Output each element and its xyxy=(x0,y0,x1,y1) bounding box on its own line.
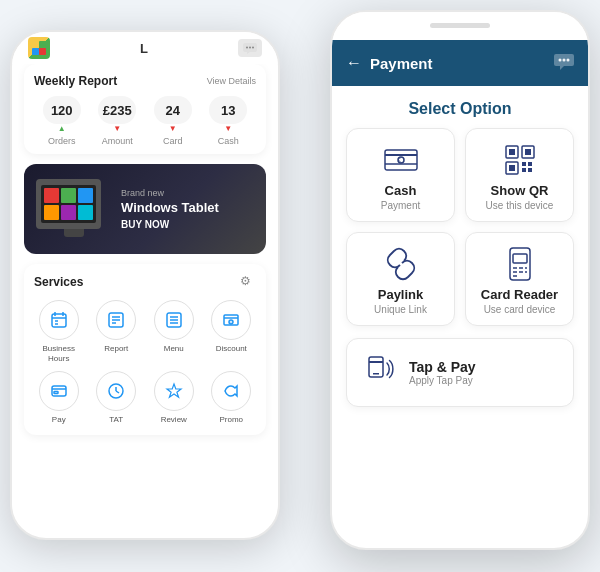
service-menu-icon xyxy=(154,300,194,340)
svg-rect-2 xyxy=(32,48,39,55)
svg-rect-49 xyxy=(528,162,532,166)
tap-pay-text: Tap & Pay Apply Tap Pay xyxy=(409,359,476,386)
card-reader-option-desc: Use card device xyxy=(484,304,556,315)
service-business-hours-label: BusinessHours xyxy=(43,344,75,363)
phone-content-left: Weekly Report View Details 120 ▲ Orders … xyxy=(12,64,278,538)
service-business-hours[interactable]: BusinessHours xyxy=(34,300,84,363)
svg-rect-62 xyxy=(369,361,383,363)
top-bar-right xyxy=(332,12,588,40)
select-option-title: Select Option xyxy=(332,86,588,128)
svg-point-7 xyxy=(252,46,254,48)
stat-amount-wrap: £235 ▼ xyxy=(98,96,136,133)
stat-cash-label: Cash xyxy=(218,136,239,146)
stat-cash-wrap: 13 ▼ xyxy=(209,96,247,133)
service-report-label: Report xyxy=(104,344,128,354)
stat-amount: £235 ▼ Amount xyxy=(90,96,146,146)
tablet-cell-2 xyxy=(61,188,76,203)
svg-rect-47 xyxy=(509,165,515,171)
svg-rect-63 xyxy=(373,373,379,375)
service-review-label: Review xyxy=(161,415,187,425)
user-initial: L xyxy=(140,41,148,56)
svg-rect-48 xyxy=(522,162,526,166)
banner-image xyxy=(36,179,111,239)
svg-rect-52 xyxy=(510,248,530,280)
service-review[interactable]: Review xyxy=(149,371,199,425)
svg-point-36 xyxy=(567,58,570,61)
service-promo[interactable]: Promo xyxy=(207,371,257,425)
svg-rect-51 xyxy=(528,168,532,172)
service-discount[interactable]: % Discount xyxy=(207,300,257,363)
stat-amount-arrow: ▼ xyxy=(113,124,121,133)
promo-banner[interactable]: Brand new Windows Tablet BUY NOW xyxy=(24,164,266,254)
service-menu-label: Menu xyxy=(164,344,184,354)
svg-text:%: % xyxy=(230,321,233,325)
tap-pay-desc: Apply Tap Pay xyxy=(409,375,476,386)
tablet-cell-3 xyxy=(78,188,93,203)
chat-icon[interactable] xyxy=(238,39,262,57)
svg-point-34 xyxy=(559,58,562,61)
weekly-report-card: Weekly Report View Details 120 ▲ Orders … xyxy=(24,64,266,154)
service-menu[interactable]: Menu xyxy=(149,300,199,363)
svg-marker-32 xyxy=(167,384,181,397)
svg-line-31 xyxy=(116,391,119,393)
svg-rect-38 xyxy=(385,154,417,156)
svg-point-35 xyxy=(563,58,566,61)
banner-product-name: Windows Tablet xyxy=(121,200,254,216)
banner-cta[interactable]: BUY NOW xyxy=(121,219,254,230)
option-paylink[interactable]: Paylink Unique Link xyxy=(346,232,455,326)
stat-orders-wrap: 120 ▲ xyxy=(43,96,81,133)
stat-amount-label: Amount xyxy=(102,136,133,146)
service-report[interactable]: Report xyxy=(92,300,142,363)
service-tat-label: TAT xyxy=(109,415,123,425)
tablet-cell-1 xyxy=(44,188,59,203)
stat-orders-arrow: ▲ xyxy=(58,124,66,133)
qr-option-desc: Use this device xyxy=(486,200,554,211)
paylink-option-desc: Unique Link xyxy=(374,304,427,315)
qr-icon xyxy=(504,143,536,177)
tap-pay-option[interactable]: Tap & Pay Apply Tap Pay xyxy=(346,338,574,407)
qr-option-name: Show QR xyxy=(491,183,549,198)
stat-cash-value: 13 xyxy=(209,96,247,124)
service-tat[interactable]: TAT xyxy=(92,371,142,425)
payment-title: Payment xyxy=(370,55,546,72)
notch-bar-left: L xyxy=(12,32,278,64)
svg-rect-8 xyxy=(52,314,66,327)
svg-rect-3 xyxy=(39,48,46,55)
payment-options-grid: £ Cash Payment xyxy=(332,128,588,326)
service-promo-icon xyxy=(211,371,251,411)
option-qr[interactable]: Show QR Use this device xyxy=(465,128,574,222)
service-pay-icon xyxy=(39,371,79,411)
services-section: Services ⚙ xyxy=(24,264,266,435)
card-reader-option-name: Card Reader xyxy=(481,287,558,302)
svg-rect-1 xyxy=(39,41,46,48)
stat-orders-value: 120 xyxy=(43,96,81,124)
tap-pay-icon xyxy=(361,351,397,394)
service-promo-label: Promo xyxy=(219,415,243,425)
card-reader-icon xyxy=(507,247,533,281)
gear-icon[interactable]: ⚙ xyxy=(240,274,256,290)
tablet-cell-4 xyxy=(44,205,59,220)
stat-card-label: Card xyxy=(163,136,183,146)
option-cash[interactable]: £ Cash Payment xyxy=(346,128,455,222)
svg-point-6 xyxy=(249,46,251,48)
tablet-cell-6 xyxy=(78,205,93,220)
service-review-icon xyxy=(154,371,194,411)
svg-rect-37 xyxy=(385,150,417,170)
cash-option-desc: Payment xyxy=(381,200,420,211)
paylink-icon xyxy=(384,247,418,281)
service-pay[interactable]: Pay xyxy=(34,371,84,425)
option-card-reader[interactable]: Card Reader Use card device xyxy=(465,232,574,326)
banner-brand-new: Brand new xyxy=(121,188,254,198)
tablet-screen xyxy=(41,185,96,223)
app-logo xyxy=(28,37,50,59)
back-button[interactable]: ← xyxy=(346,54,362,72)
view-details-link[interactable]: View Details xyxy=(207,76,256,86)
svg-rect-28 xyxy=(54,392,58,394)
svg-rect-0 xyxy=(32,41,39,48)
phone-left: L Weekly Report View Details xyxy=(10,30,280,540)
cash-option-name: Cash xyxy=(385,183,417,198)
stat-card: 24 ▼ Card xyxy=(145,96,201,146)
payment-header: ← Payment xyxy=(332,40,588,86)
payment-header-icon xyxy=(554,54,574,73)
stat-card-arrow: ▼ xyxy=(169,124,177,133)
